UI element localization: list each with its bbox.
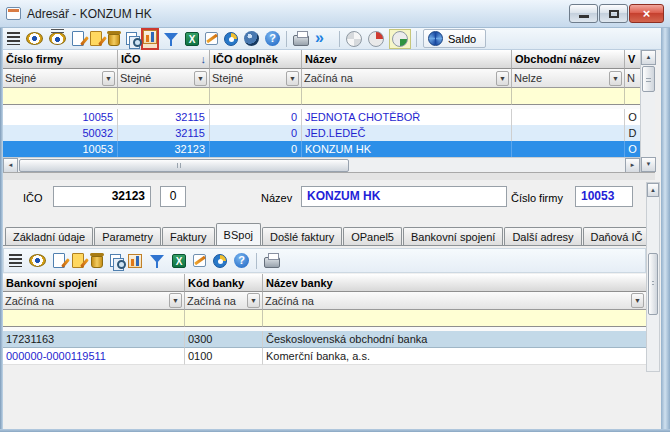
print-icon[interactable] xyxy=(264,257,280,268)
table-row[interactable]: 10055 32115 0 JEDNOTA CHOTĚBOŘ O xyxy=(3,109,640,125)
cell-obchodni-nazev[interactable] xyxy=(512,109,625,125)
search-cell[interactable] xyxy=(512,88,625,105)
cell-ico-doplnek[interactable]: 0 xyxy=(210,109,302,125)
search-cell[interactable] xyxy=(3,310,185,327)
help-icon[interactable] xyxy=(265,31,280,46)
column-header-v[interactable]: V xyxy=(625,50,640,69)
print-icon[interactable] xyxy=(293,35,309,46)
filter-icon[interactable] xyxy=(149,254,165,268)
tab-parametry[interactable]: Parametry xyxy=(94,227,161,246)
menu-icon[interactable] xyxy=(7,32,20,45)
excel-export-icon[interactable] xyxy=(185,32,199,46)
filter-v[interactable]: N xyxy=(625,69,640,88)
new-document-icon[interactable] xyxy=(53,253,65,268)
search-cell[interactable] xyxy=(210,88,302,105)
column-header-ico-doplnek[interactable]: IČO doplněk xyxy=(210,50,302,69)
chevron-down-icon[interactable]: ▼ xyxy=(194,71,207,86)
eye-icon[interactable] xyxy=(26,32,43,45)
tab-opanel5[interactable]: OPanel5 xyxy=(343,227,402,246)
edit-document-icon[interactable] xyxy=(90,31,102,46)
notes-icon[interactable] xyxy=(193,254,206,267)
tab-zakladni-udaje[interactable]: Základní údaje xyxy=(5,227,93,246)
column-header-nazev[interactable]: Název xyxy=(302,50,512,69)
chevron-down-icon[interactable]: ▼ xyxy=(609,71,622,86)
scroll-right-icon[interactable]: ► xyxy=(625,158,640,173)
cell-nazev[interactable]: KONZUM HK xyxy=(302,141,512,157)
cell-obchodni-nazev[interactable] xyxy=(512,125,625,141)
splitter[interactable] xyxy=(3,172,655,180)
tab-faktury[interactable]: Faktury xyxy=(162,227,215,246)
cell-obchodni-nazev[interactable] xyxy=(512,141,625,157)
menu-icon[interactable] xyxy=(9,254,22,267)
ico-field[interactable]: 32123 xyxy=(53,186,151,207)
minimize-button[interactable] xyxy=(569,4,598,23)
tab-danova-ic[interactable]: Daňová IČ xyxy=(583,227,646,246)
filter-bankovni-spojeni[interactable]: Začíná na▼ xyxy=(3,292,185,310)
cell-nazev-banky[interactable]: Československá obchodní banka xyxy=(263,331,646,348)
search-cell[interactable] xyxy=(118,88,210,105)
eye-list-icon[interactable] xyxy=(49,32,66,45)
chevron-down-icon[interactable]: ▼ xyxy=(247,293,260,308)
delete-icon[interactable] xyxy=(91,256,103,268)
search-cell[interactable] xyxy=(625,88,640,105)
cell-nazev[interactable]: JED.LEDEČ xyxy=(302,125,512,141)
cell-cislo-firmy[interactable]: 50032 xyxy=(3,125,118,141)
maximize-button[interactable] xyxy=(599,4,628,23)
tab-dalsi-adresy[interactable]: Další adresy xyxy=(504,227,581,246)
chart-icon[interactable] xyxy=(128,254,142,268)
notes-icon[interactable] xyxy=(205,32,218,45)
column-header-ico[interactable]: IČO↓ xyxy=(118,50,210,69)
circle-green-icon[interactable] xyxy=(392,31,408,47)
excel-export-icon[interactable] xyxy=(172,254,186,268)
filter-nazev-banky[interactable]: Začíná na▼ xyxy=(263,292,646,310)
cell-spojeni[interactable]: 000000-0000119511 xyxy=(3,348,185,365)
chart-icon[interactable] xyxy=(143,30,157,44)
filter-kod-banky[interactable]: Začíná na▼ xyxy=(185,292,263,310)
filter-nazev[interactable]: Začíná na▼ xyxy=(302,69,512,88)
filter-obchodni-nazev[interactable]: Nelze▼ xyxy=(512,69,625,88)
column-header-bankovni-spojeni[interactable]: Bankovní spojení xyxy=(3,274,185,292)
column-header-nazev-banky[interactable]: Název banky xyxy=(263,274,646,292)
cell-v[interactable]: O xyxy=(625,141,640,157)
tab-dosle-faktury[interactable]: Došlé faktury xyxy=(262,227,342,246)
scroll-up-icon[interactable]: ▲ xyxy=(641,50,656,65)
search-document-icon[interactable] xyxy=(126,32,137,45)
tab-bankovni-spojeni[interactable]: Bankovní spojení xyxy=(403,227,503,246)
circle-red-icon[interactable] xyxy=(368,31,384,47)
scrollbar-thumb[interactable] xyxy=(19,159,349,172)
cell-ico[interactable]: 32123 xyxy=(118,141,210,157)
disc-icon[interactable] xyxy=(244,31,259,46)
edit-document-icon[interactable] xyxy=(72,253,84,268)
close-button[interactable]: × xyxy=(629,4,664,23)
scrollbar-thumb[interactable] xyxy=(642,66,655,92)
cell-ico-doplnek[interactable]: 0 xyxy=(210,125,302,141)
table-row[interactable]: 50032 32115 0 JED.LEDEČ D xyxy=(3,125,640,141)
cell-kod-banky[interactable]: 0300 xyxy=(185,331,263,348)
filter-icon[interactable] xyxy=(163,32,179,46)
nazev-field[interactable]: KONZUM HK xyxy=(301,186,507,207)
column-header-obchodni-nazev[interactable]: Obchodní název xyxy=(512,50,625,69)
cell-cislo-firmy[interactable]: 10053 xyxy=(3,141,118,157)
cell-nazev-banky[interactable]: Komerční banka, a.s. xyxy=(263,348,646,365)
cell-spojeni[interactable]: 17231163 xyxy=(3,331,185,348)
ico-doplnek-field[interactable]: 0 xyxy=(160,186,186,207)
cell-v[interactable]: O xyxy=(625,109,640,125)
help-icon[interactable] xyxy=(234,253,249,268)
filter-cislo-firmy[interactable]: Stejné▼ xyxy=(3,69,118,88)
search-cell[interactable] xyxy=(263,310,646,327)
table-row[interactable]: 000000-0000119511 0100 Komerční banka, a… xyxy=(3,348,646,365)
scrollbar-thumb[interactable] xyxy=(648,253,658,315)
scroll-up-icon[interactable]: ▲ xyxy=(647,183,659,197)
history-clock-icon[interactable] xyxy=(224,32,238,46)
table-row-selected[interactable]: 10053 32123 0 KONZUM HK O xyxy=(3,141,640,157)
cell-kod-banky[interactable]: 0100 xyxy=(185,348,263,365)
cell-ico-doplnek[interactable]: 0 xyxy=(210,141,302,157)
chevron-down-icon[interactable]: ▼ xyxy=(496,71,509,86)
new-document-icon[interactable] xyxy=(72,31,84,46)
column-header-cislo-firmy[interactable]: Číslo firmy xyxy=(3,50,118,69)
scroll-down-icon[interactable]: ▼ xyxy=(641,157,656,172)
fast-forward-icon[interactable] xyxy=(315,31,333,47)
search-cell[interactable] xyxy=(185,310,263,327)
chevron-down-icon[interactable]: ▼ xyxy=(631,293,644,308)
cell-cislo-firmy[interactable]: 10055 xyxy=(3,109,118,125)
